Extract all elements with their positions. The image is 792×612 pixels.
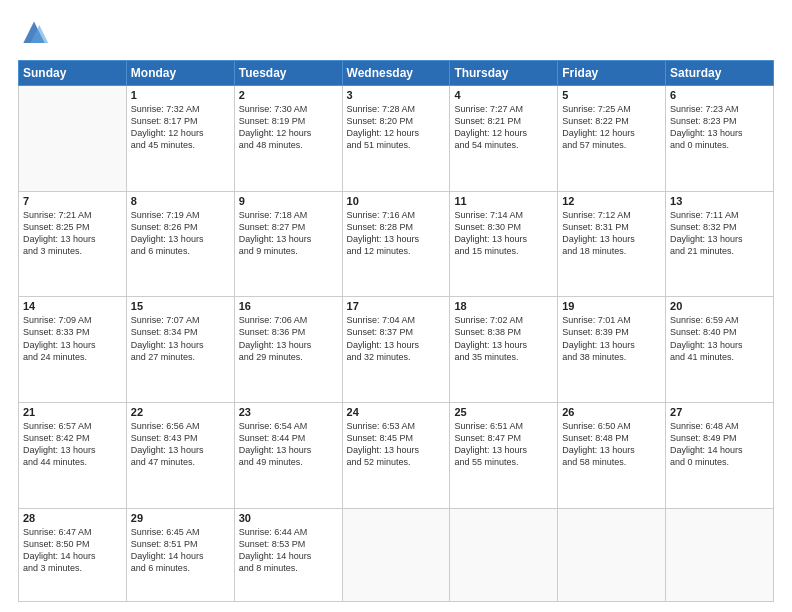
day-cell: 17Sunrise: 7:04 AM Sunset: 8:37 PM Dayli…	[342, 297, 450, 403]
week-row-5: 28Sunrise: 6:47 AM Sunset: 8:50 PM Dayli…	[19, 508, 774, 601]
day-cell: 21Sunrise: 6:57 AM Sunset: 8:42 PM Dayli…	[19, 403, 127, 509]
week-row-1: 1Sunrise: 7:32 AM Sunset: 8:17 PM Daylig…	[19, 86, 774, 192]
day-info: Sunrise: 7:16 AM Sunset: 8:28 PM Dayligh…	[347, 209, 446, 258]
day-number: 2	[239, 89, 338, 101]
day-cell: 28Sunrise: 6:47 AM Sunset: 8:50 PM Dayli…	[19, 508, 127, 601]
day-number: 25	[454, 406, 553, 418]
weekday-header-saturday: Saturday	[666, 61, 774, 86]
day-cell: 25Sunrise: 6:51 AM Sunset: 8:47 PM Dayli…	[450, 403, 558, 509]
day-info: Sunrise: 7:04 AM Sunset: 8:37 PM Dayligh…	[347, 314, 446, 363]
day-number: 19	[562, 300, 661, 312]
day-number: 30	[239, 512, 338, 524]
day-info: Sunrise: 7:14 AM Sunset: 8:30 PM Dayligh…	[454, 209, 553, 258]
day-number: 9	[239, 195, 338, 207]
weekday-header-tuesday: Tuesday	[234, 61, 342, 86]
day-number: 5	[562, 89, 661, 101]
day-info: Sunrise: 6:50 AM Sunset: 8:48 PM Dayligh…	[562, 420, 661, 469]
day-info: Sunrise: 7:32 AM Sunset: 8:17 PM Dayligh…	[131, 103, 230, 152]
week-row-3: 14Sunrise: 7:09 AM Sunset: 8:33 PM Dayli…	[19, 297, 774, 403]
day-cell: 7Sunrise: 7:21 AM Sunset: 8:25 PM Daylig…	[19, 191, 127, 297]
day-info: Sunrise: 7:11 AM Sunset: 8:32 PM Dayligh…	[670, 209, 769, 258]
day-number: 24	[347, 406, 446, 418]
weekday-header-sunday: Sunday	[19, 61, 127, 86]
logo	[18, 18, 54, 50]
day-cell	[342, 508, 450, 601]
day-cell: 22Sunrise: 6:56 AM Sunset: 8:43 PM Dayli…	[126, 403, 234, 509]
day-number: 10	[347, 195, 446, 207]
day-number: 8	[131, 195, 230, 207]
weekday-header-wednesday: Wednesday	[342, 61, 450, 86]
day-info: Sunrise: 6:56 AM Sunset: 8:43 PM Dayligh…	[131, 420, 230, 469]
day-info: Sunrise: 7:28 AM Sunset: 8:20 PM Dayligh…	[347, 103, 446, 152]
day-info: Sunrise: 7:30 AM Sunset: 8:19 PM Dayligh…	[239, 103, 338, 152]
day-number: 15	[131, 300, 230, 312]
day-number: 4	[454, 89, 553, 101]
day-info: Sunrise: 7:07 AM Sunset: 8:34 PM Dayligh…	[131, 314, 230, 363]
day-cell	[558, 508, 666, 601]
day-cell: 20Sunrise: 6:59 AM Sunset: 8:40 PM Dayli…	[666, 297, 774, 403]
day-info: Sunrise: 6:59 AM Sunset: 8:40 PM Dayligh…	[670, 314, 769, 363]
day-cell	[450, 508, 558, 601]
day-info: Sunrise: 6:47 AM Sunset: 8:50 PM Dayligh…	[23, 526, 122, 575]
week-row-4: 21Sunrise: 6:57 AM Sunset: 8:42 PM Dayli…	[19, 403, 774, 509]
day-cell: 26Sunrise: 6:50 AM Sunset: 8:48 PM Dayli…	[558, 403, 666, 509]
day-info: Sunrise: 7:19 AM Sunset: 8:26 PM Dayligh…	[131, 209, 230, 258]
day-cell: 16Sunrise: 7:06 AM Sunset: 8:36 PM Dayli…	[234, 297, 342, 403]
day-number: 7	[23, 195, 122, 207]
day-number: 3	[347, 89, 446, 101]
day-number: 13	[670, 195, 769, 207]
day-number: 18	[454, 300, 553, 312]
day-info: Sunrise: 7:09 AM Sunset: 8:33 PM Dayligh…	[23, 314, 122, 363]
day-number: 22	[131, 406, 230, 418]
day-number: 14	[23, 300, 122, 312]
day-cell: 13Sunrise: 7:11 AM Sunset: 8:32 PM Dayli…	[666, 191, 774, 297]
day-info: Sunrise: 7:06 AM Sunset: 8:36 PM Dayligh…	[239, 314, 338, 363]
day-number: 17	[347, 300, 446, 312]
week-row-2: 7Sunrise: 7:21 AM Sunset: 8:25 PM Daylig…	[19, 191, 774, 297]
weekday-header-thursday: Thursday	[450, 61, 558, 86]
calendar: SundayMondayTuesdayWednesdayThursdayFrid…	[18, 60, 774, 602]
day-info: Sunrise: 7:27 AM Sunset: 8:21 PM Dayligh…	[454, 103, 553, 152]
day-info: Sunrise: 7:21 AM Sunset: 8:25 PM Dayligh…	[23, 209, 122, 258]
day-info: Sunrise: 6:48 AM Sunset: 8:49 PM Dayligh…	[670, 420, 769, 469]
day-cell: 24Sunrise: 6:53 AM Sunset: 8:45 PM Dayli…	[342, 403, 450, 509]
day-number: 6	[670, 89, 769, 101]
day-cell: 8Sunrise: 7:19 AM Sunset: 8:26 PM Daylig…	[126, 191, 234, 297]
day-cell: 15Sunrise: 7:07 AM Sunset: 8:34 PM Dayli…	[126, 297, 234, 403]
day-info: Sunrise: 7:02 AM Sunset: 8:38 PM Dayligh…	[454, 314, 553, 363]
header	[18, 18, 774, 50]
day-number: 29	[131, 512, 230, 524]
day-cell: 29Sunrise: 6:45 AM Sunset: 8:51 PM Dayli…	[126, 508, 234, 601]
day-number: 27	[670, 406, 769, 418]
page: SundayMondayTuesdayWednesdayThursdayFrid…	[0, 0, 792, 612]
day-cell: 18Sunrise: 7:02 AM Sunset: 8:38 PM Dayli…	[450, 297, 558, 403]
day-number: 28	[23, 512, 122, 524]
day-number: 16	[239, 300, 338, 312]
day-cell: 6Sunrise: 7:23 AM Sunset: 8:23 PM Daylig…	[666, 86, 774, 192]
day-cell: 12Sunrise: 7:12 AM Sunset: 8:31 PM Dayli…	[558, 191, 666, 297]
day-info: Sunrise: 6:44 AM Sunset: 8:53 PM Dayligh…	[239, 526, 338, 575]
day-cell: 19Sunrise: 7:01 AM Sunset: 8:39 PM Dayli…	[558, 297, 666, 403]
day-cell: 23Sunrise: 6:54 AM Sunset: 8:44 PM Dayli…	[234, 403, 342, 509]
day-info: Sunrise: 7:18 AM Sunset: 8:27 PM Dayligh…	[239, 209, 338, 258]
calendar-header-row: SundayMondayTuesdayWednesdayThursdayFrid…	[19, 61, 774, 86]
day-number: 11	[454, 195, 553, 207]
weekday-header-monday: Monday	[126, 61, 234, 86]
day-cell: 27Sunrise: 6:48 AM Sunset: 8:49 PM Dayli…	[666, 403, 774, 509]
weekday-header-friday: Friday	[558, 61, 666, 86]
day-cell: 10Sunrise: 7:16 AM Sunset: 8:28 PM Dayli…	[342, 191, 450, 297]
day-cell: 3Sunrise: 7:28 AM Sunset: 8:20 PM Daylig…	[342, 86, 450, 192]
day-cell: 4Sunrise: 7:27 AM Sunset: 8:21 PM Daylig…	[450, 86, 558, 192]
day-cell: 11Sunrise: 7:14 AM Sunset: 8:30 PM Dayli…	[450, 191, 558, 297]
day-cell: 2Sunrise: 7:30 AM Sunset: 8:19 PM Daylig…	[234, 86, 342, 192]
day-number: 1	[131, 89, 230, 101]
day-number: 12	[562, 195, 661, 207]
day-info: Sunrise: 7:12 AM Sunset: 8:31 PM Dayligh…	[562, 209, 661, 258]
day-info: Sunrise: 6:53 AM Sunset: 8:45 PM Dayligh…	[347, 420, 446, 469]
day-cell: 1Sunrise: 7:32 AM Sunset: 8:17 PM Daylig…	[126, 86, 234, 192]
day-cell: 9Sunrise: 7:18 AM Sunset: 8:27 PM Daylig…	[234, 191, 342, 297]
logo-icon	[18, 18, 50, 50]
day-info: Sunrise: 7:01 AM Sunset: 8:39 PM Dayligh…	[562, 314, 661, 363]
day-cell	[19, 86, 127, 192]
day-cell: 5Sunrise: 7:25 AM Sunset: 8:22 PM Daylig…	[558, 86, 666, 192]
